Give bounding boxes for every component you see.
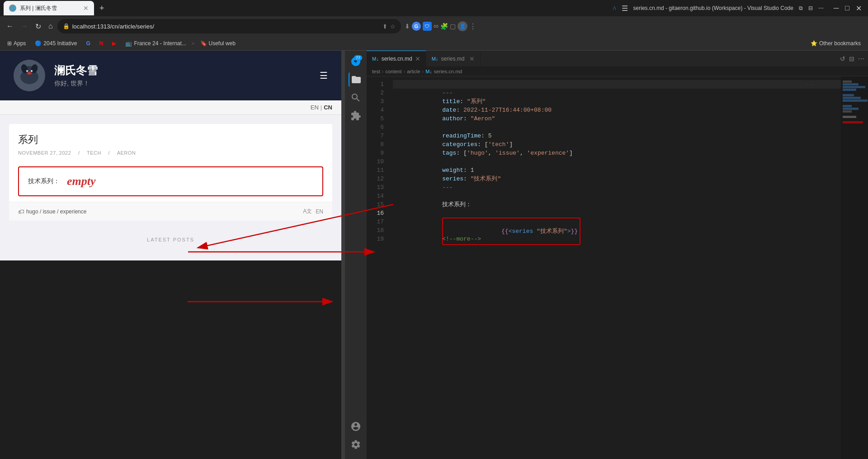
breadcrumb: test › content › article › M↓ series.cn.… (367, 66, 868, 76)
post-date: NOVEMBER 27, 2022 (18, 150, 71, 156)
line-num-7: 7 (367, 132, 384, 140)
extension-icon-puz[interactable]: 🧩 (440, 23, 448, 30)
lang-bar: EN | CN (0, 100, 341, 115)
tab-close-button[interactable]: ✕ (83, 5, 89, 12)
breadcrumb-sep1: › (382, 69, 384, 74)
vscode-split-icon[interactable]: ⊟ (808, 5, 813, 11)
share-icon[interactable]: ⬆ (382, 23, 387, 30)
split-editor-icon[interactable]: ⊟ (849, 55, 854, 62)
lang-en-button[interactable]: EN (311, 104, 319, 111)
breadcrumb-sep2: › (404, 69, 406, 74)
activity-source-control[interactable]: 77 (349, 54, 363, 69)
forward-button[interactable]: → (18, 20, 31, 32)
tab-close-button2[interactable]: ✕ (469, 55, 475, 62)
bookmark-netflix[interactable]: N (96, 39, 107, 47)
bookmark-youtube[interactable]: ▶ (108, 39, 120, 47)
editor-tab-series[interactable]: M↓ series.md ✕ (426, 51, 481, 66)
post-category[interactable]: TECH (87, 150, 101, 156)
activity-settings[interactable] (349, 437, 363, 452)
lang-cn-button[interactable]: CN (324, 104, 332, 111)
more-actions-icon[interactable]: ⋯ (858, 55, 864, 62)
latest-posts-title: LATEST POSTS (18, 237, 323, 242)
apps-bookmark-icon: ⊞ (7, 40, 12, 47)
tags-icon: 🏷 (18, 208, 24, 215)
maximize-button[interactable]: □ (842, 3, 852, 13)
2045-bookmark-icon: 🔵 (35, 40, 42, 47)
close-button[interactable]: ✕ (853, 3, 864, 14)
series-value: empty (67, 175, 96, 188)
post-author[interactable]: AERON (117, 150, 136, 156)
line-numbers: 1 2 3 4 5 6 7 8 9 10 11 12 13 14 (367, 76, 389, 459)
tab-label: series.cn.md (382, 56, 412, 62)
hamburger-menu[interactable]: ☰ (320, 70, 328, 81)
minimize-button[interactable]: ─ (831, 3, 841, 13)
code-line-12: --- (393, 175, 841, 183)
tab-close-button[interactable]: ✕ (415, 55, 420, 62)
home-button[interactable]: ⌂ (46, 20, 56, 32)
avatar (14, 60, 45, 91)
refresh-button[interactable]: ↻ (33, 20, 44, 33)
activity-extensions[interactable] (349, 109, 363, 123)
bookmark-useful-web[interactable]: 🔖 Useful web (197, 39, 239, 47)
tab-title: 系列 | 澜氏冬雪 (20, 5, 80, 12)
site-header: 澜氏冬雪 你好, 世界！ ☰ (0, 51, 341, 100)
breadcrumb-filename[interactable]: series.cn.md (434, 69, 462, 74)
line-num-18: 18 (367, 226, 384, 235)
new-tab-button[interactable]: + (96, 4, 108, 13)
france24-label: France 24 - Internat... (134, 40, 186, 47)
activity-explorer[interactable] (349, 72, 363, 87)
code-line-18: <!--more--> (393, 226, 841, 235)
bookmark-france24[interactable]: 📺 France 24 - Internat... (122, 39, 189, 47)
timeline-icon[interactable]: ↺ (840, 55, 845, 62)
post-footer: 🏷 hugo / issue / experience A文 EN (9, 202, 332, 221)
browser-scrollbar[interactable] (341, 51, 345, 459)
2045-bookmark-label: 2045 Initiative (43, 40, 77, 47)
tab-file-icon2: M↓ (432, 56, 439, 62)
vscode-menu-icon[interactable]: ☰ (622, 4, 628, 13)
line-num-12: 12 (367, 175, 384, 183)
post-meta: NOVEMBER 27, 2022 / TECH / AERON (18, 150, 323, 156)
address-bar-icons: ⬆ ☆ (382, 23, 396, 30)
download-icon[interactable]: ⬇ (405, 23, 410, 30)
activity-account[interactable] (349, 419, 363, 434)
menu-dots-icon[interactable]: ⋮ (469, 22, 476, 31)
site-content: 系列 NOVEMBER 27, 2022 / TECH / AERON 技术系列… (0, 115, 341, 260)
breadcrumb-test[interactable]: test (372, 69, 380, 74)
line-num-11: 11 (367, 166, 384, 175)
breadcrumb-content[interactable]: content (385, 69, 401, 74)
line-num-1: 1 (367, 80, 384, 89)
profile-icon[interactable]: 👤 (458, 21, 467, 31)
font-size-icon[interactable]: A文 (303, 208, 312, 215)
bookmark-apps[interactable]: ⊞ Apps (4, 39, 29, 47)
extension-icon-tab[interactable]: ▢ (450, 23, 456, 30)
code-line-10: weight: 1 (393, 157, 841, 166)
vscode-activity-bar: 77 (345, 51, 367, 459)
secure-icon: 🔒 (63, 23, 70, 29)
back-button[interactable]: ← (4, 20, 16, 32)
bookmark-other[interactable]: ⭐ Other bookmarks (807, 39, 864, 47)
activity-search[interactable] (349, 90, 363, 105)
code-line-14: 技术系列： (393, 192, 841, 200)
extension-icon-g[interactable]: G (412, 22, 421, 31)
extension-icon-inf[interactable]: ∞ (434, 22, 439, 30)
git-badge: 77 (354, 55, 362, 61)
code-line-8: tags: ['hugo', 'issue', 'experience'] (393, 140, 841, 149)
extension-icon-b[interactable]: 🛡 (423, 22, 432, 31)
address-bar[interactable]: 🔒 localhost:1313/cn/article/series/ ⬆ ☆ (57, 19, 401, 33)
editor-tab-series-cn[interactable]: M↓ series.cn.md ✕ (367, 51, 426, 66)
bookmark-icon[interactable]: ☆ (390, 23, 396, 30)
youtube-icon: ▶ (112, 40, 116, 47)
other-bookmarks-label: Other bookmarks (819, 40, 861, 47)
browser-tab-active[interactable]: 🌐 系列 | 澜氏冬雪 ✕ (4, 1, 94, 15)
line-num-13: 13 (367, 183, 384, 192)
line-num-15: 15 (367, 200, 384, 209)
tab-bar: 🌐 系列 | 澜氏冬雪 ✕ + ⑃ ☰ series.cn.md - gitae… (0, 0, 868, 16)
breadcrumb-article[interactable]: article (407, 69, 420, 74)
meta-sep2: / (108, 150, 110, 156)
bookmark-google[interactable]: G (82, 39, 94, 47)
vscode-layout-icon[interactable]: ⧉ (799, 5, 803, 11)
post-language: EN (316, 208, 323, 215)
code-content[interactable]: --- ... title: "系列" date: 2022-11-27T16:… (389, 76, 841, 459)
bookmark-2045[interactable]: 🔵 2045 Initiative (31, 39, 80, 47)
vscode-more-icon[interactable]: ⋯ (818, 5, 824, 11)
